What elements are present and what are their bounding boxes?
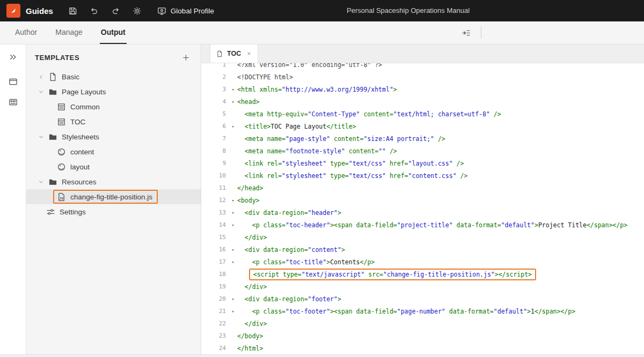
output-presets-button[interactable] (6, 75, 20, 88)
code-line-18[interactable]: 18 <script type="text/javascript" src="c… (201, 268, 644, 280)
fold-toggle-icon[interactable]: ▾ (229, 222, 237, 228)
line-number: 23 (201, 332, 229, 339)
code-line-22[interactable]: 22 </div> (201, 317, 644, 330)
line-number: 13 (201, 209, 229, 216)
line-number: 16 (201, 246, 229, 253)
line-number: 11 (201, 184, 229, 191)
tree-item-layout[interactable]: layout (26, 159, 201, 174)
fold-toggle-icon[interactable]: ▾ (229, 259, 237, 265)
redo-button[interactable] (109, 4, 123, 18)
settings-sliders-icon (46, 207, 55, 217)
code-line-21[interactable]: 21▾ <p class="toc-footer"><span data-fie… (201, 305, 644, 317)
code-line-20[interactable]: 20▾ <div data-region="footer"> (201, 293, 644, 305)
code-line-12[interactable]: 12▾<body> (201, 194, 644, 206)
fold-toggle-icon[interactable]: ▾ (229, 309, 237, 314)
panel-collapse-button[interactable] (459, 26, 472, 39)
line-number: 10 (201, 172, 229, 179)
line-number: 7 (201, 135, 229, 142)
code-line-23[interactable]: 23</body> (201, 330, 644, 342)
folder-icon (48, 87, 57, 96)
code-line-16[interactable]: 16▾ <div data-region="content"> (201, 243, 644, 256)
code-line-19[interactable]: 19 </div> (201, 280, 644, 293)
expand-panel-button[interactable] (6, 50, 20, 64)
code-line-15[interactable]: 15 </div> (201, 231, 644, 243)
templates-panel-title: TEMPLATES (35, 54, 79, 62)
code-text: <link rel="stylesheet" type="text/css" h… (237, 172, 644, 180)
code-line-13[interactable]: 13▾ <div data-region="header"> (201, 206, 644, 219)
page-layout-icon (56, 117, 66, 127)
svg-text:JS: JS (59, 196, 63, 199)
code-line-10[interactable]: 10 <link rel="stylesheet" type="text/css… (201, 169, 644, 182)
tree-item-label: Common (70, 103, 100, 111)
line-number: 2 (201, 73, 229, 80)
tree-item-toc[interactable]: TOC (26, 114, 201, 129)
tree-item-content[interactable]: content (26, 144, 201, 159)
code-text: </body> (237, 332, 644, 340)
line-number: 9 (201, 160, 229, 167)
fold-toggle-icon[interactable]: ▾ (229, 99, 237, 105)
code-line-1[interactable]: 1<?xml version="1.0" encoding="utf-8" ?> (201, 63, 644, 71)
editor-area: TOC 1<?xml version="1.0" encoding="utf-8… (201, 44, 644, 354)
code-text: <link rel="stylesheet" type="text/css" h… (237, 160, 644, 167)
tree-item-resources[interactable]: Resources (26, 174, 201, 189)
add-template-button[interactable] (180, 52, 191, 63)
settings-gear-button[interactable] (130, 4, 144, 18)
line-number: 3 (201, 86, 229, 93)
tree-item-settings[interactable]: Settings (26, 204, 201, 219)
code-line-2[interactable]: 2<!DOCTYPE html> (201, 71, 644, 83)
fold-toggle-icon[interactable]: ▾ (229, 198, 237, 203)
fold-toggle-icon[interactable]: ▾ (229, 247, 237, 252)
code-text: </head> (237, 184, 644, 192)
code-text: <body> (237, 197, 644, 204)
code-line-17[interactable]: 17▾ <p class="toc-title">Contents</p> (201, 256, 644, 268)
line-number: 20 (201, 295, 229, 302)
tree-item-page-layouts[interactable]: Page Layouts (26, 84, 201, 99)
save-button[interactable] (66, 4, 80, 18)
fold-toggle-icon[interactable]: ▾ (229, 124, 237, 129)
code-text: <meta name="footnote-style" content="" /… (237, 147, 644, 155)
tab-output[interactable]: Output (100, 21, 127, 44)
code-line-24[interactable]: 24</html> (201, 342, 644, 354)
tree-item-stylesheets[interactable]: Stylesheets (26, 129, 201, 144)
code-text: </div> (237, 320, 644, 328)
global-profile-label: Global Profile (171, 7, 214, 15)
code-editor[interactable]: 1<?xml version="1.0" encoding="utf-8" ?>… (201, 63, 644, 354)
chevron-down-icon[interactable] (37, 179, 45, 185)
editor-tab-strip: TOC (201, 44, 644, 63)
tree-item-label: Page Layouts (62, 88, 106, 96)
templates-view-button[interactable] (6, 95, 20, 109)
tree-item-common[interactable]: Common (26, 99, 201, 114)
tab-author[interactable]: Author (14, 21, 38, 44)
code-line-5[interactable]: 5 <meta http-equiv="Content-Type" conten… (201, 108, 644, 120)
document-title: Personal Spaceship Operations Manual (347, 0, 470, 21)
code-line-3[interactable]: 3▾<html xmlns="http://www.w3.org/1999/xh… (201, 83, 644, 95)
tree-item-change-fig-title-position-js[interactable]: JSchange-fig-title-position.js (26, 189, 201, 204)
code-line-8[interactable]: 8 <meta name="footnote-style" content=""… (201, 145, 644, 157)
bottom-strip (0, 354, 644, 357)
fold-toggle-icon[interactable]: ▾ (229, 87, 237, 92)
fold-toggle-icon[interactable]: ▾ (229, 210, 237, 215)
main-area: TEMPLATES BasicPage LayoutsCommonTOCStyl… (0, 44, 644, 354)
line-number: 21 (201, 308, 229, 315)
close-tab-button[interactable] (246, 51, 252, 56)
code-text: <!DOCTYPE html> (237, 73, 644, 81)
code-line-9[interactable]: 9 <link rel="stylesheet" type="text/css"… (201, 157, 644, 169)
code-line-7[interactable]: 7 <meta name="page-style" content="size:… (201, 132, 644, 145)
chevron-down-icon[interactable] (37, 89, 45, 95)
code-line-14[interactable]: 14▾ <p class="toc-header"><span data-fie… (201, 219, 644, 231)
guides-logo[interactable] (6, 4, 20, 18)
line-number: 14 (201, 221, 229, 228)
tree-item-basic[interactable]: Basic (26, 69, 201, 84)
tab-manage[interactable]: Manage (54, 21, 84, 44)
chevron-left-icon[interactable] (37, 74, 45, 80)
undo-button[interactable] (87, 4, 101, 18)
fold-toggle-icon[interactable]: ▾ (229, 296, 237, 302)
line-number: 6 (201, 123, 229, 130)
code-line-6[interactable]: 6▾ <title>TOC Page Layout</title> (201, 120, 644, 132)
line-number: 5 (201, 110, 229, 117)
code-line-11[interactable]: 11</head> (201, 182, 644, 194)
code-line-4[interactable]: 4▾<head> (201, 95, 644, 108)
global-profile-button[interactable]: Global Profile (157, 6, 214, 16)
chevron-down-icon[interactable] (37, 134, 45, 140)
editor-tab-toc[interactable]: TOC (210, 44, 258, 63)
